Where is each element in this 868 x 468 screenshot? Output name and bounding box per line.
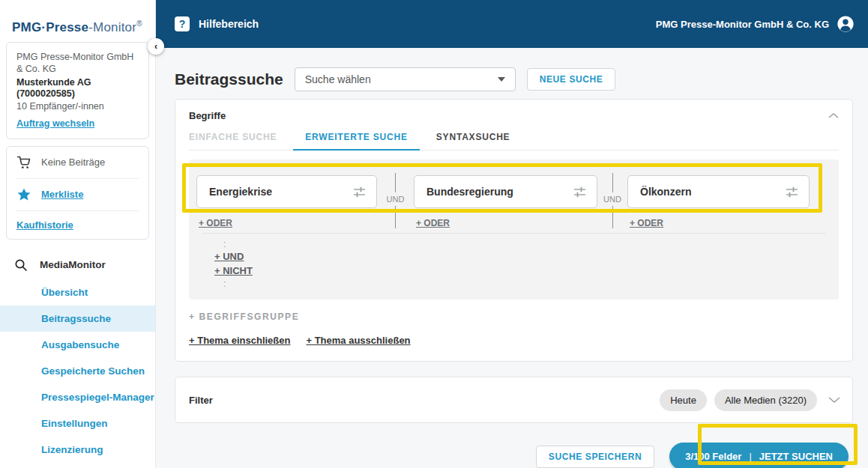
filter-card-title: Filter (189, 395, 213, 406)
add-oder-link-1[interactable]: + ODER (199, 218, 232, 228)
connector-und-2-label: UND (603, 192, 621, 206)
menu-header: MediaMonitor (0, 251, 155, 279)
sidebar: PMG·Presse-Monitor® PMG Presse-Monitor G… (0, 0, 156, 468)
field-count-label: 3/100 Felder (685, 451, 741, 462)
search-mode-tabs: EINFACHE SUCHE ERWEITERTE SUCHE SYNTAXSU… (189, 132, 839, 151)
term-field-1[interactable]: Energiekrise (196, 175, 377, 208)
app-window: PMG·Presse-Monitor® PMG Presse-Monitor G… (0, 0, 868, 468)
term-builder-panel: Energiekrise + ODER UND Bundesregierung (189, 159, 839, 300)
add-nicht-link[interactable]: + NICHT (214, 265, 253, 276)
connector-und-1: UND (377, 175, 414, 228)
tab-syntaxsuche[interactable]: SYNTAXSUCHE (424, 132, 522, 150)
term-field-2-value: Bundesregierung (427, 186, 513, 198)
tune-icon[interactable] (352, 185, 367, 199)
sidebar-item-lizenzierung[interactable]: Lizenzierung (0, 437, 155, 463)
add-begriffsgruppe-link[interactable]: + BEGRIFFSGRUPPE (189, 312, 839, 322)
search-now-label: JETZT SUCHEN (759, 451, 833, 462)
filter-chip-heute[interactable]: Heute (660, 389, 707, 411)
topbar-company-label: PMG Presse-Monitor GmbH & Co. KG (656, 19, 829, 30)
user-avatar-icon[interactable] (837, 15, 855, 33)
ellipsis-dots: : (214, 278, 831, 289)
connector-und-2: UND (597, 175, 627, 228)
term-field-1-value: Energiekrise (209, 186, 272, 198)
switch-order-link[interactable]: Auftrag wechseln (16, 118, 94, 129)
help-area[interactable]: ? Hilfebereich (175, 16, 259, 31)
sidebar-item-uebersicht[interactable]: Übersicht (0, 279, 155, 306)
search-now-button[interactable]: 3/100 Felder | JETZT SUCHEN (669, 443, 849, 468)
logo-registered-mark: ® (136, 19, 142, 28)
logo-text-secondary: -Monitor (88, 20, 136, 34)
account-card: PMG Presse-Monitor GmbH & Co. KG Musterk… (6, 42, 149, 139)
expand-down-icon[interactable] (828, 396, 840, 404)
filter-card: Filter Heute Alle Medien (3220) (175, 377, 853, 423)
user-area: PMG Presse-Monitor GmbH & Co. KG (656, 15, 855, 33)
account-recipients: 10 Empfänger/-innen (16, 101, 139, 112)
new-search-button[interactable]: NEUE SUCHE (527, 68, 616, 91)
purchase-history-row[interactable]: Kaufhistorie (16, 211, 139, 239)
actions-row: SUCHE SPEICHERN 3/100 Felder | JETZT SUC… (175, 443, 853, 468)
logic-links-block: : + UND + NICHT : (196, 234, 831, 291)
help-label: Hilfebereich (199, 18, 259, 30)
connector-line (395, 173, 396, 192)
main-menu: MediaMonitor Übersicht Beitragssuche Aus… (0, 251, 155, 463)
page-header-row: Beitragssuche Suche wählen NEUE SUCHE (175, 67, 853, 91)
include-topic-link[interactable]: + Thema einschließen (189, 335, 290, 346)
star-icon (16, 187, 31, 202)
term-row: Energiekrise + ODER UND Bundesregierung (196, 175, 831, 228)
tab-einfache-suche[interactable]: EINFACHE SUCHE (177, 132, 289, 150)
sidebar-item-pressespiegel-manager[interactable]: Pressespiegel-Manager (0, 384, 155, 410)
tune-icon[interactable] (785, 185, 799, 199)
account-customer: Musterkunde AG (7000020585) (16, 77, 139, 100)
term-field-2[interactable]: Bundesregierung (414, 175, 597, 208)
exclude-topic-link[interactable]: + Thema ausschließen (306, 335, 410, 346)
quick-access-card: Keine Beiträge Merkliste Kaufhistorie (6, 146, 149, 240)
terms-card: Begriffe EINFACHE SUCHE ERWEITERTE SUCHE… (175, 99, 853, 362)
connector-line (612, 206, 613, 228)
theme-links-row: + Thema einschließen + Thema ausschließe… (189, 335, 839, 346)
caret-down-icon (498, 77, 505, 82)
ellipsis-dots: : (214, 238, 831, 249)
term-column-3: Ölkonzern + ODER (627, 175, 810, 228)
sidebar-item-beitragssuche[interactable]: Beitragssuche (0, 306, 155, 332)
cart-status-label: Keine Beiträge (41, 156, 105, 168)
menu-title: MediaMonitor (40, 259, 106, 270)
search-select-value: Suche wählen (305, 73, 371, 85)
sidebar-item-gespeicherte-suchen[interactable]: Gespeicherte Suchen (0, 358, 155, 384)
connector-line (612, 173, 613, 192)
terms-card-title: Begriffe (189, 110, 226, 121)
save-search-button[interactable]: SUCHE SPEICHERN (536, 446, 654, 468)
cart-icon (16, 155, 31, 170)
brand-logo: PMG·Presse-Monitor® (0, 0, 155, 35)
page-title: Beitragssuche (175, 70, 283, 88)
add-oder-link-2[interactable]: + ODER (416, 218, 450, 228)
logo-text-primary: PMG·Presse (12, 20, 88, 34)
sidebar-item-einstellungen[interactable]: Einstellungen (0, 410, 155, 437)
tab-erweiterte-suche[interactable]: ERWEITERTE SUCHE (293, 132, 420, 151)
main-content: Beitragssuche Suche wählen NEUE SUCHE Be… (156, 48, 868, 468)
connector-und-1-label: UND (387, 192, 405, 206)
search-select[interactable]: Suche wählen (295, 67, 516, 91)
terms-card-header: Begriffe (189, 110, 839, 121)
filter-chip-alle-medien[interactable]: Alle Medien (3220) (714, 389, 817, 411)
add-und-link[interactable]: + UND (214, 251, 244, 262)
watchlist-row[interactable]: Merkliste (16, 179, 139, 210)
purchase-history-link[interactable]: Kaufhistorie (16, 219, 73, 231)
collapse-up-icon[interactable] (828, 112, 839, 119)
sidebar-item-ausgabensuche[interactable]: Ausgabensuche (0, 332, 155, 358)
account-company: PMG Presse-Monitor GmbH & Co. KG (16, 51, 139, 75)
connector-line (395, 206, 396, 228)
term-field-3-value: Ölkonzern (640, 186, 691, 198)
pipe-divider: | (749, 451, 751, 462)
term-column-1: Energiekrise + ODER (196, 175, 377, 228)
sidebar-collapse-button[interactable]: ‹ (148, 38, 164, 55)
watchlist-link[interactable]: Merkliste (41, 189, 83, 200)
cart-row[interactable]: Keine Beiträge (16, 147, 139, 178)
term-column-2: Bundesregierung + ODER (414, 175, 597, 228)
help-icon[interactable]: ? (175, 16, 190, 31)
top-bar: ? Hilfebereich PMG Presse-Monitor GmbH &… (156, 0, 868, 48)
search-icon (14, 258, 28, 272)
tune-icon[interactable] (573, 185, 587, 199)
add-oder-link-3[interactable]: + ODER (630, 218, 663, 228)
term-field-3[interactable]: Ölkonzern (627, 175, 810, 208)
